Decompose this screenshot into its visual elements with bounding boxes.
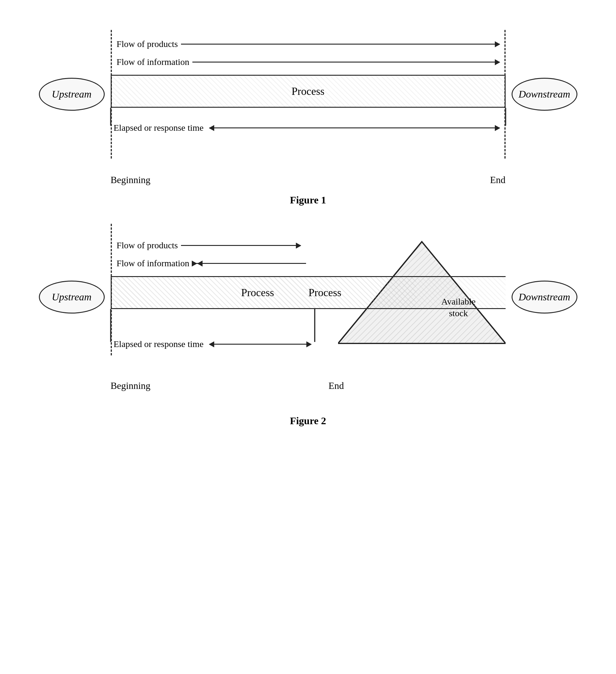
tick-left-1 xyxy=(110,108,111,126)
flow-information-label-2: Flow of information xyxy=(117,258,189,268)
downstream-label-2: Downstream xyxy=(518,292,570,303)
flow-products-row-2: Flow of products xyxy=(111,240,506,250)
upstream-ellipse-1: Upstream xyxy=(39,78,105,111)
upstream-label-2: Upstream xyxy=(52,292,92,303)
elapsed-row-1: Elapsed or response time xyxy=(111,123,506,133)
figure2-diagram: Upstream Downstream xyxy=(39,224,578,391)
tick-left-2 xyxy=(110,309,111,342)
figure2-caption: Figure 2 xyxy=(24,415,592,427)
diagram-area-2: Available stock Flow of products Flow of… xyxy=(111,224,506,391)
end-label-2: End xyxy=(328,380,344,391)
flow-products-label-1: Flow of products xyxy=(117,39,178,49)
bottom-labels-1: Beginning End xyxy=(111,175,506,186)
beginning-label-1: Beginning xyxy=(111,175,150,186)
figure1-caption: Figure 1 xyxy=(24,195,592,206)
upstream-label-1: Upstream xyxy=(52,89,92,100)
tick-right-1 xyxy=(505,108,506,126)
process-label-1: Process xyxy=(292,85,325,98)
figure1-diagram: Upstream Downstream Flow of products Flo… xyxy=(39,30,578,186)
flow-information-arrow-1 xyxy=(192,62,500,63)
flow-information-row-2: Flow of information xyxy=(111,258,506,268)
flow-information-label-1: Flow of information xyxy=(117,57,189,67)
process-rect-1: Process xyxy=(111,75,506,108)
flow-information-arrow-2 xyxy=(192,263,306,264)
downstream-ellipse-2: Downstream xyxy=(512,280,578,314)
flow-products-arrow-2 xyxy=(181,245,301,246)
available-stock-label: Available stock xyxy=(441,296,476,319)
downstream-label-1: Downstream xyxy=(518,89,570,100)
flow-products-label-2: Flow of products xyxy=(117,240,178,250)
downstream-ellipse-1: Downstream xyxy=(512,78,578,111)
tick-right-2 xyxy=(314,309,315,342)
elapsed-arrow-1 xyxy=(209,127,499,128)
upstream-ellipse-2: Upstream xyxy=(39,280,105,314)
flow-information-row-1: Flow of information xyxy=(111,57,506,67)
bottom-labels-2: Beginning End xyxy=(111,380,344,391)
diagram-area-1: Flow of products Flow of information Pro… xyxy=(111,30,506,186)
flow-products-arrow-1 xyxy=(181,44,500,44)
elapsed-row-2: Elapsed or response time xyxy=(111,339,506,349)
end-label-1: End xyxy=(490,175,506,186)
flow-products-row-1: Flow of products xyxy=(111,39,506,49)
process-label-inner-2: Process xyxy=(308,286,341,299)
elapsed-label-1: Elapsed or response time xyxy=(114,123,204,133)
elapsed-arrow-2 xyxy=(209,344,311,345)
beginning-label-2: Beginning xyxy=(111,380,150,391)
elapsed-label-2: Elapsed or response time xyxy=(114,339,204,349)
